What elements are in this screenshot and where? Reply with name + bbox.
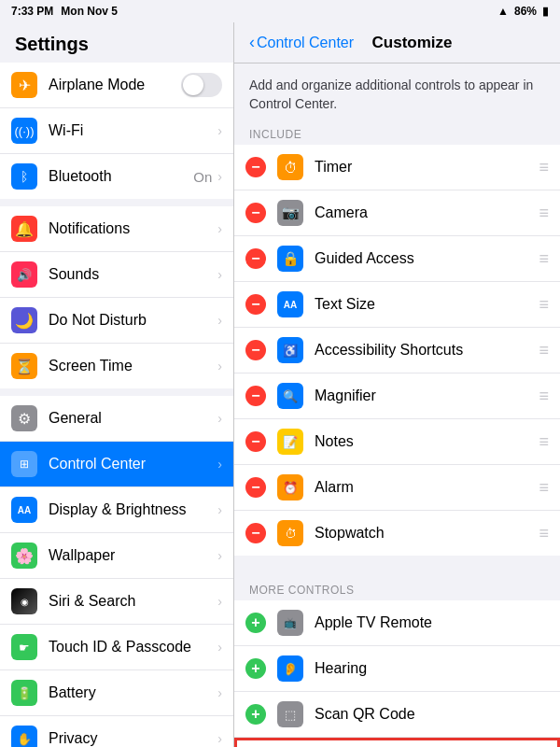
battery-icon: 🔋 [11, 680, 37, 706]
sidebar-item-screentime[interactable]: ⏳ Screen Time › [0, 344, 233, 388]
more-controls-list: + 📺 Apple TV Remote + 👂 Hearing + ⬚ Scan… [234, 600, 560, 747]
textsize-drag-handle[interactable]: ≡ [539, 295, 549, 315]
right-header: ‹ Control Center Customize [234, 22, 560, 63]
scanqr-label: Scan QR Code [315, 706, 549, 723]
privacy-label: Privacy [49, 730, 216, 747]
status-right: ▲ 86% ▮ [497, 5, 549, 18]
control-item-camera[interactable]: − 📷 Camera ≡ [234, 190, 560, 236]
airplane-toggle[interactable] [181, 73, 222, 97]
notes-label: Notes [315, 433, 531, 450]
remove-magnifier-button[interactable]: − [245, 386, 266, 406]
siri-chevron: › [217, 594, 222, 609]
sidebar-item-wallpaper[interactable]: 🌸 Wallpaper › [0, 533, 233, 579]
battery-label: Battery [49, 684, 216, 701]
guidedaccess-label: Guided Access [315, 250, 531, 267]
notes-drag-handle[interactable]: ≡ [539, 432, 549, 452]
camera-drag-handle[interactable]: ≡ [539, 204, 549, 223]
donotdisturb-chevron: › [217, 313, 222, 328]
controlcenter-chevron: › [217, 457, 222, 472]
remove-timer-button[interactable]: − [245, 157, 266, 177]
control-item-textsize[interactable]: − AA Text Size ≡ [234, 282, 560, 328]
sidebar-item-sounds[interactable]: 🔊 Sounds › [0, 252, 233, 298]
notifications-icon: 🔔 [11, 216, 37, 242]
control-item-notes[interactable]: − 📝 Notes ≡ [234, 419, 560, 465]
appletv-icon: 📺 [277, 610, 303, 636]
general-label: General [49, 410, 216, 427]
battery-icon: ▮ [542, 5, 549, 18]
control-item-screenrecording[interactable]: + ⏺ Screen Recording [234, 738, 560, 747]
back-button[interactable]: ‹ Control Center [249, 33, 354, 52]
add-appletv-button[interactable]: + [245, 613, 266, 633]
include-section-header: INCLUDE [234, 122, 560, 145]
status-time: 7:33 PM [11, 5, 53, 18]
remove-camera-button[interactable]: − [245, 203, 266, 223]
accessibility-icon: ♿ [277, 337, 303, 363]
sidebar-item-notifications[interactable]: 🔔 Notifications › [0, 206, 233, 252]
remove-alarm-button[interactable]: − [245, 477, 266, 498]
stopwatch-label: Stopwatch [315, 525, 531, 542]
stopwatch-drag-handle[interactable]: ≡ [539, 524, 549, 543]
guidedaccess-icon: 🔒 [277, 246, 303, 272]
control-item-timer[interactable]: − ⏱ Timer ≡ [234, 145, 560, 190]
sidebar-item-siri[interactable]: ◉ Siri & Search › [0, 579, 233, 625]
remove-notes-button[interactable]: − [245, 431, 266, 452]
remove-textsize-button[interactable]: − [245, 294, 266, 315]
remove-guidedaccess-button[interactable]: − [245, 248, 266, 269]
controlcenter-label: Control Center [49, 456, 216, 472]
control-item-guidedaccess[interactable]: − 🔒 Guided Access ≡ [234, 236, 560, 282]
sidebar-section-notifications: 🔔 Notifications › 🔊 Sounds › 🌙 Do Not Di… [0, 206, 233, 388]
panel-description: Add and organize additional controls to … [234, 63, 560, 122]
control-item-magnifier[interactable]: − 🔍 Magnifier ≡ [234, 374, 560, 419]
hearing-icon: 👂 [277, 655, 303, 682]
control-item-hearing[interactable]: + 👂 Hearing [234, 646, 560, 692]
magnifier-label: Magnifier [315, 388, 531, 404]
wifi-chevron: › [217, 123, 222, 138]
sidebar-item-wifi[interactable]: ((·)) Wi-Fi › [0, 108, 233, 154]
magnifier-drag-handle[interactable]: ≡ [539, 387, 549, 406]
accessibility-drag-handle[interactable]: ≡ [539, 341, 549, 360]
timer-icon: ⏱ [277, 154, 303, 180]
timer-drag-handle[interactable]: ≡ [539, 158, 549, 177]
right-panel-title: Customize [354, 34, 470, 52]
add-scanqr-button[interactable]: + [245, 704, 266, 725]
touchid-chevron: › [217, 640, 222, 655]
screentime-chevron: › [217, 359, 222, 374]
control-item-scanqr[interactable]: + ⬚ Scan QR Code [234, 692, 560, 738]
control-item-accessibility[interactable]: − ♿ Accessibility Shortcuts ≡ [234, 328, 560, 374]
sidebar-title: Settings [0, 22, 233, 63]
accessibility-label: Accessibility Shortcuts [315, 342, 531, 359]
control-item-appletv[interactable]: + 📺 Apple TV Remote [234, 600, 560, 646]
control-item-alarm[interactable]: − ⏰ Alarm ≡ [234, 465, 560, 511]
sidebar-item-display[interactable]: AA Display & Brightness › [0, 487, 233, 533]
notifications-chevron: › [217, 221, 222, 236]
bluetooth-value: On [193, 169, 212, 185]
more-section-header: MORE CONTROLS [234, 578, 560, 600]
timer-label: Timer [315, 159, 531, 176]
touchid-label: Touch ID & Passcode [49, 639, 216, 655]
sidebar-item-general[interactable]: ⚙ General › [0, 396, 233, 442]
add-hearing-button[interactable]: + [245, 658, 266, 679]
notes-icon: 📝 [277, 429, 303, 455]
sounds-icon: 🔊 [11, 261, 37, 288]
donotdisturb-icon: 🌙 [11, 307, 37, 333]
sidebar-item-airplane[interactable]: ✈ Airplane Mode [0, 63, 233, 108]
sidebar-item-bluetooth[interactable]: ᛒ Bluetooth On › [0, 154, 233, 199]
sidebar-item-battery[interactable]: 🔋 Battery › [0, 670, 233, 716]
control-item-stopwatch[interactable]: − ⏱ Stopwatch ≡ [234, 511, 560, 556]
sidebar-item-donotdisturb[interactable]: 🌙 Do Not Disturb › [0, 298, 233, 344]
bluetooth-label: Bluetooth [49, 168, 193, 185]
remove-stopwatch-button[interactable]: − [245, 523, 266, 543]
privacy-chevron: › [217, 731, 222, 746]
status-day: Mon Nov 5 [61, 5, 118, 18]
appletv-label: Apple TV Remote [315, 614, 549, 631]
camera-icon: 📷 [277, 200, 303, 226]
main-container: Settings ✈ Airplane Mode ((·)) Wi-Fi › ᛒ… [0, 22, 560, 747]
guidedaccess-drag-handle[interactable]: ≡ [539, 249, 549, 269]
sidebar-item-touchid[interactable]: ☛ Touch ID & Passcode › [0, 625, 233, 670]
sidebar-item-controlcenter[interactable]: ⊞ Control Center › [0, 442, 233, 487]
remove-accessibility-button[interactable]: − [245, 340, 266, 360]
battery-chevron: › [217, 685, 222, 700]
alarm-drag-handle[interactable]: ≡ [539, 478, 549, 498]
sidebar-item-privacy[interactable]: ✋ Privacy › [0, 716, 233, 747]
wallpaper-icon: 🌸 [11, 543, 37, 569]
